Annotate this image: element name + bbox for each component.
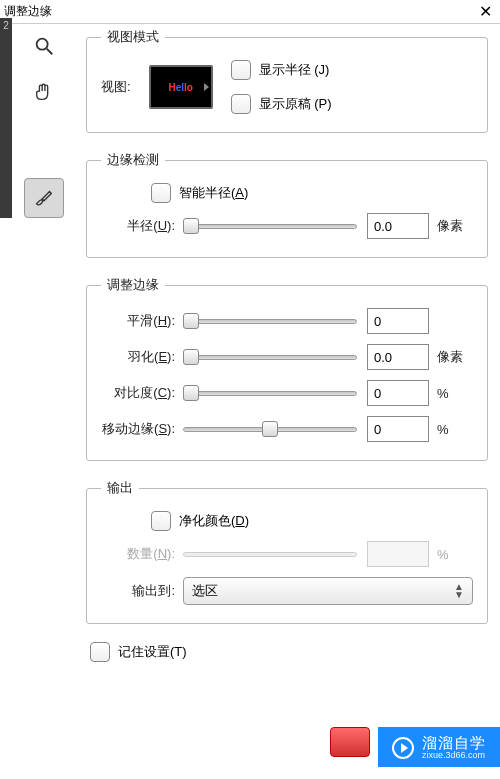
amount-label: 数量(N): — [101, 545, 183, 563]
show-radius-label: 显示半径 (J) — [259, 61, 330, 79]
svg-line-1 — [47, 49, 53, 55]
zoom-tool[interactable] — [24, 26, 64, 66]
left-ruler: 2 — [0, 18, 12, 218]
thumbnail-image: Hello — [168, 82, 192, 93]
feather-label: 羽化(E): — [101, 348, 183, 366]
svg-point-0 — [37, 39, 48, 50]
feather-slider[interactable] — [183, 348, 357, 366]
output-legend: 输出 — [101, 479, 139, 497]
feather-input[interactable] — [367, 344, 429, 370]
adjust-edge-group: 调整边缘 平滑(H): 羽化(E): 像素 对比度(C): — [86, 276, 488, 461]
hand-icon — [33, 81, 55, 103]
purify-color-label: 净化颜色(D) — [179, 512, 249, 530]
brush-icon — [33, 187, 55, 209]
partial-button[interactable] — [330, 727, 370, 757]
shift-edge-slider[interactable] — [183, 420, 357, 438]
smart-radius-label: 智能半径(A) — [179, 184, 248, 202]
smooth-slider[interactable] — [183, 312, 357, 330]
hand-tool[interactable] — [24, 72, 64, 112]
purify-color-checkbox[interactable] — [151, 511, 171, 531]
view-thumbnail-dropdown[interactable]: Hello — [149, 65, 213, 109]
watermark-badge: 溜溜自学 zixue.3d66.com — [378, 727, 500, 767]
amount-input — [367, 541, 429, 567]
radius-slider[interactable] — [183, 217, 357, 235]
output-to-value: 选区 — [192, 582, 218, 600]
remember-settings-label: 记住设置(T) — [118, 643, 187, 661]
output-group: 输出 净化颜色(D) 数量(N): % 输出到: 选区 ▲▼ — [86, 479, 488, 624]
smart-radius-checkbox[interactable] — [151, 183, 171, 203]
output-to-label: 输出到: — [101, 582, 183, 600]
select-arrows-icon: ▲▼ — [454, 583, 464, 599]
show-original-checkbox[interactable] — [231, 94, 251, 114]
shift-edge-input[interactable] — [367, 416, 429, 442]
feather-unit: 像素 — [437, 348, 473, 366]
view-mode-legend: 视图模式 — [101, 28, 165, 46]
show-radius-checkbox[interactable] — [231, 60, 251, 80]
smooth-input[interactable] — [367, 308, 429, 334]
radius-label: 半径(U): — [101, 217, 183, 235]
adjust-edge-legend: 调整边缘 — [101, 276, 165, 294]
radius-unit: 像素 — [437, 217, 473, 235]
output-to-select[interactable]: 选区 ▲▼ — [183, 577, 473, 605]
shift-edge-label: 移动边缘(S): — [101, 420, 183, 438]
smooth-label: 平滑(H): — [101, 312, 183, 330]
amount-slider — [183, 545, 357, 563]
remember-settings-checkbox[interactable] — [90, 642, 110, 662]
edge-detect-legend: 边缘检测 — [101, 151, 165, 169]
radius-input[interactable] — [367, 213, 429, 239]
brush-tool[interactable] — [24, 178, 64, 218]
magnifier-icon — [33, 35, 55, 57]
amount-unit: % — [437, 547, 473, 562]
play-icon — [392, 737, 414, 759]
view-label: 视图: — [101, 78, 139, 96]
contrast-slider[interactable] — [183, 384, 357, 402]
view-mode-group: 视图模式 视图: Hello 显示半径 (J) 显示原稿 (P) — [86, 28, 488, 133]
contrast-label: 对比度(C): — [101, 384, 183, 402]
contrast-input[interactable] — [367, 380, 429, 406]
shift-edge-unit: % — [437, 422, 473, 437]
edge-detect-group: 边缘检测 智能半径(A) 半径(U): 像素 — [86, 151, 488, 258]
show-original-label: 显示原稿 (P) — [259, 95, 332, 113]
contrast-unit: % — [437, 386, 473, 401]
